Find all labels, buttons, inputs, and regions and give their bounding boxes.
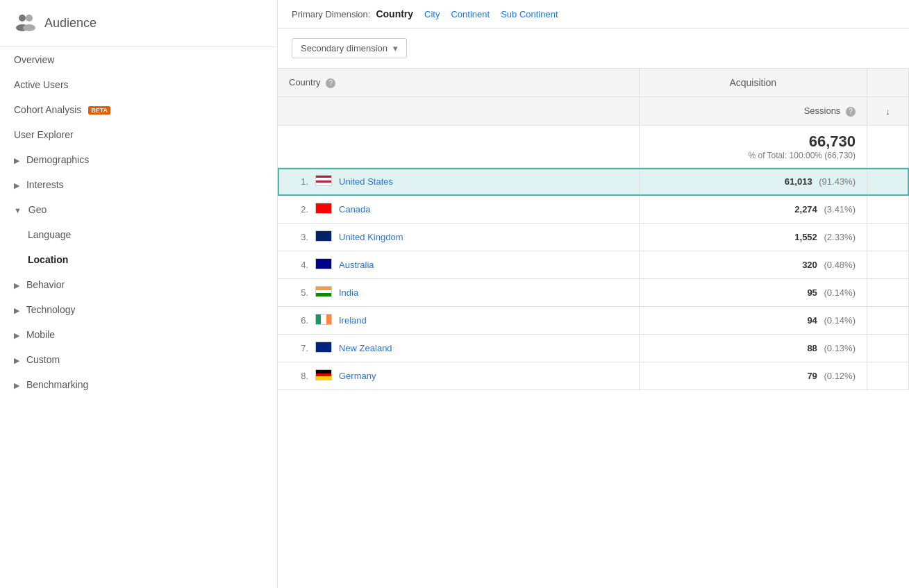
sidebar-item-mobile[interactable]: ▶ Mobile — [0, 322, 277, 347]
flag-icon — [315, 314, 332, 327]
sessions-pct: (0.14%) — [824, 315, 856, 326]
sessions-cell: 61,013 (91.43%) — [639, 168, 867, 196]
sidebar-item-geo[interactable]: ▼ Geo — [0, 197, 277, 222]
acquisition-column-header: Acquisition — [639, 69, 867, 97]
sidebar-item-behavior[interactable]: ▶ Behavior — [0, 272, 277, 297]
sort-icon-header[interactable]: ↓ — [867, 97, 909, 126]
flag-icon — [315, 175, 332, 188]
flag-icon — [315, 230, 332, 244]
sessions-value: 79 — [807, 371, 817, 381]
sidebar-item-active-users[interactable]: Active Users — [0, 72, 277, 97]
country-cell: 2. Canada — [278, 196, 639, 224]
arrow-right-icon: ▶ — [14, 356, 19, 365]
primary-dim-subcontinent-link[interactable]: Sub Continent — [501, 9, 558, 19]
secondary-dim-bar: Secondary dimension ▾ — [278, 28, 909, 69]
primary-dim-continent-link[interactable]: Continent — [451, 9, 490, 19]
country-column-header: Country ? — [278, 69, 639, 97]
sessions-pct: (91.43%) — [819, 176, 856, 187]
rank-number: 8. — [289, 371, 308, 381]
rank-number: 2. — [289, 204, 308, 215]
country-cell: 4. Australia — [278, 251, 639, 279]
country-link[interactable]: United Kingdom — [339, 232, 403, 242]
sessions-value: 88 — [807, 343, 817, 353]
country-link[interactable]: New Zealand — [339, 343, 392, 353]
country-cell: 6. Ireland — [278, 307, 639, 335]
flag-icon — [315, 258, 332, 271]
arrow-down-icon: ▼ — [14, 206, 22, 215]
sidebar-item-custom[interactable]: ▶ Custom — [0, 347, 277, 372]
sidebar-item-language[interactable]: Language — [0, 222, 277, 247]
sessions-cell: 95 (0.14%) — [639, 279, 867, 307]
sessions-value: 1,552 — [794, 232, 817, 242]
svg-point-3 — [23, 24, 35, 31]
extra-cell — [867, 279, 909, 307]
sessions-value: 2,274 — [794, 204, 817, 215]
sessions-pct: (3.41%) — [824, 204, 856, 215]
sessions-cell: 320 (0.48%) — [639, 251, 867, 279]
sidebar-item-cohort-analysis[interactable]: Cohort Analysis BETA — [0, 97, 277, 122]
country-cell: 5. India — [278, 279, 639, 307]
sessions-pct: (0.13%) — [824, 343, 856, 353]
country-link[interactable]: Australia — [339, 260, 374, 270]
total-pct-value: % of Total: 100.00% (66,730) — [651, 151, 856, 160]
main-content: Primary Dimension: Country City Continen… — [278, 0, 909, 588]
secondary-dim-label: Secondary dimension — [301, 43, 387, 53]
audience-icon — [14, 11, 36, 35]
sort-extra-header — [867, 69, 909, 97]
country-link[interactable]: United States — [339, 176, 393, 187]
arrow-right-icon: ▶ — [14, 306, 19, 315]
table-row: 8. Germany 79 (0.12%) — [278, 362, 909, 390]
table-row: 2. Canada 2,274 (3.41%) — [278, 196, 909, 224]
extra-cell — [867, 251, 909, 279]
sidebar-header: Audience — [0, 0, 277, 47]
extra-cell — [867, 335, 909, 362]
total-sessions-cell: 66,730 % of Total: 100.00% (66,730) — [639, 126, 867, 168]
sessions-help-icon[interactable]: ? — [846, 107, 856, 117]
table-row: 6. Ireland 94 (0.14%) — [278, 307, 909, 335]
table-row: 1. United States 61,013 (91.43%) — [278, 168, 909, 196]
table-row: 7. New Zealand 88 (0.13%) — [278, 335, 909, 362]
svg-point-0 — [19, 15, 26, 22]
total-row: 66,730 % of Total: 100.00% (66,730) — [278, 126, 909, 168]
sidebar-item-user-explorer[interactable]: User Explorer — [0, 122, 277, 147]
sidebar-item-overview[interactable]: Overview — [0, 47, 277, 72]
country-cell: 7. New Zealand — [278, 335, 639, 362]
sidebar-item-location[interactable]: Location — [0, 247, 277, 272]
arrow-right-icon: ▶ — [14, 181, 19, 190]
sidebar-item-technology[interactable]: ▶ Technology — [0, 297, 277, 322]
sessions-value: 320 — [802, 260, 817, 270]
sessions-cell: 94 (0.14%) — [639, 307, 867, 335]
country-link[interactable]: Ireland — [339, 315, 367, 326]
chevron-down-icon: ▾ — [393, 43, 398, 53]
rank-number: 4. — [289, 260, 308, 270]
extra-cell — [867, 196, 909, 224]
primary-dim-label: Primary Dimension: — [292, 9, 370, 19]
secondary-dim-dropdown[interactable]: Secondary dimension ▾ — [292, 38, 407, 58]
sessions-pct: (0.12%) — [824, 371, 856, 381]
country-help-icon[interactable]: ? — [326, 78, 335, 88]
sessions-cell: 79 (0.12%) — [639, 362, 867, 390]
data-table: Country ? Acquisition Sessions ? ↓ — [278, 69, 909, 390]
country-cell: 3. United Kingdom — [278, 224, 639, 251]
rank-number: 3. — [289, 232, 308, 242]
primary-dimension-bar: Primary Dimension: Country City Continen… — [278, 0, 909, 28]
sidebar-item-interests[interactable]: ▶ Interests — [0, 172, 277, 197]
rank-number: 7. — [289, 343, 308, 353]
country-link[interactable]: India — [339, 287, 358, 298]
flag-icon — [315, 203, 332, 216]
sessions-value: 95 — [807, 287, 817, 298]
sidebar-item-demographics[interactable]: ▶ Demographics — [0, 147, 277, 172]
sidebar-item-benchmarking[interactable]: ▶ Benchmarking — [0, 372, 277, 397]
flag-icon — [315, 286, 332, 299]
primary-dim-active: Country — [376, 8, 413, 19]
total-label-cell — [278, 126, 639, 168]
country-cell: 1. United States — [278, 168, 639, 196]
arrow-right-icon: ▶ — [14, 281, 19, 290]
country-link[interactable]: Germany — [339, 371, 376, 381]
sessions-cell: 2,274 (3.41%) — [639, 196, 867, 224]
flag-icon — [315, 369, 332, 383]
table-row: 4. Australia 320 (0.48%) — [278, 251, 909, 279]
primary-dim-city-link[interactable]: City — [424, 9, 440, 19]
sidebar: Audience Overview Active Users Cohort An… — [0, 0, 278, 588]
country-link[interactable]: Canada — [339, 204, 371, 215]
